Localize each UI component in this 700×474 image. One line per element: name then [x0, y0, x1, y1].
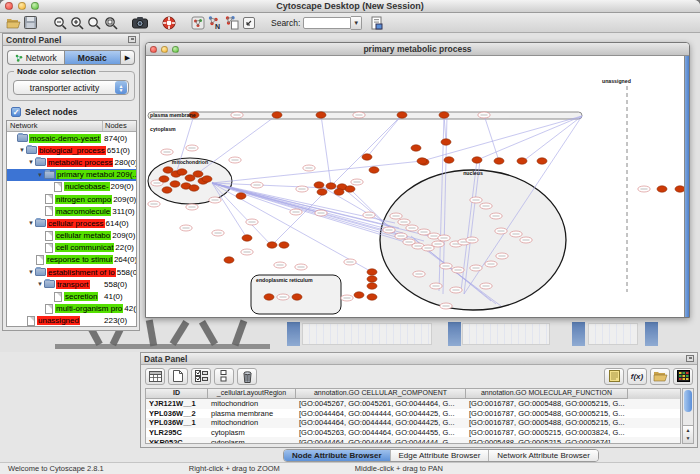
- save-icon[interactable]: [22, 14, 39, 31]
- table-row[interactable]: YKR052Ccytoplasm[GO:0044464, GO:0044446,…: [146, 437, 680, 444]
- network-overview-icon[interactable]: [189, 14, 206, 31]
- tab-overflow-arrow-icon[interactable]: ▶: [121, 50, 135, 65]
- tree-row[interactable]: macromolecule311(0): [7, 205, 136, 217]
- colored-node[interactable]: [345, 186, 355, 192]
- tree-row[interactable]: ▼transport558(0): [7, 278, 136, 290]
- colored-node[interactable]: [267, 242, 277, 248]
- colored-node[interactable]: [367, 283, 377, 289]
- import-attributes-icon[interactable]: [650, 368, 670, 385]
- colored-node[interactable]: [326, 183, 336, 189]
- colored-node[interactable]: [537, 158, 547, 164]
- network-scrollbar[interactable]: [684, 56, 689, 317]
- tree-expander-icon[interactable]: ▼: [27, 269, 35, 275]
- network-edge[interactable]: [319, 185, 393, 228]
- float-panel-icon[interactable]: [128, 36, 136, 43]
- zoom-in-icon[interactable]: [68, 14, 85, 31]
- colored-node[interactable]: [317, 189, 327, 195]
- tree-row[interactable]: nitrogen compo209(0): [7, 193, 136, 205]
- table-row[interactable]: YPL036W__1mitochondrion[GO:0044464, GO:0…: [146, 418, 680, 428]
- tree-row[interactable]: ▼metabolic process280(0): [7, 156, 136, 168]
- scrollbar-arrows-icon[interactable]: ▲▼: [683, 425, 693, 443]
- tree-expander-icon[interactable]: ▼: [18, 147, 26, 153]
- tab-network[interactable]: Network: [7, 50, 64, 65]
- network-file-icon[interactable]: [223, 14, 240, 31]
- colored-node[interactable]: [439, 112, 449, 118]
- tab-node-attribute-browser[interactable]: Node Attribute Browser: [284, 450, 391, 461]
- select-attributes-icon[interactable]: [191, 368, 211, 385]
- colored-node[interactable]: [242, 235, 252, 241]
- colored-node[interactable]: [292, 294, 302, 300]
- table-column-header[interactable]: annotation.GO MOLECULAR_FUNCTION: [466, 389, 628, 399]
- select-nodes-checkbox[interactable]: ✓: [11, 107, 21, 117]
- tree-column-network[interactable]: Network: [7, 121, 103, 131]
- data-panel-scrollbar[interactable]: ▲▼: [682, 388, 694, 444]
- network-canvas[interactable]: plasma membranecytoplasmmitochondrionnuc…: [146, 56, 689, 317]
- table-column-header[interactable]: annotation.GO CELLULAR_COMPONENT: [296, 389, 466, 399]
- colored-node[interactable]: [159, 176, 169, 182]
- colored-node[interactable]: [397, 112, 407, 118]
- colored-node[interactable]: [362, 154, 372, 160]
- snapshot-camera-icon[interactable]: [131, 14, 148, 31]
- colored-node[interactable]: [417, 158, 427, 164]
- tree-row[interactable]: ▼cellular process614(0): [7, 217, 136, 229]
- zoom-out-icon[interactable]: [51, 14, 68, 31]
- colored-node[interactable]: [224, 257, 234, 263]
- tab-network-attribute-browser[interactable]: Network Attribute Browser: [489, 450, 597, 461]
- table-row[interactable]: YPL036W__2plasma membrane[GO:0044464, GO…: [146, 409, 680, 419]
- colored-node[interactable]: [314, 182, 324, 188]
- attribute-table-icon[interactable]: [145, 368, 165, 385]
- colored-node[interactable]: [472, 157, 482, 163]
- colored-node[interactable]: [441, 139, 451, 145]
- float-data-panel-icon[interactable]: [686, 355, 694, 362]
- colored-node[interactable]: [334, 189, 344, 195]
- matrix-icon[interactable]: [673, 368, 693, 385]
- tree-row[interactable]: cellular metabo209(0): [7, 230, 136, 242]
- colored-node[interactable]: [202, 176, 212, 182]
- table-column-header[interactable]: _cellularLayoutRegion: [208, 389, 296, 399]
- network-edge[interactable]: [194, 115, 277, 176]
- network-edge[interactable]: [321, 115, 331, 186]
- node-color-dropdown[interactable]: transporter activity ▲▼: [13, 80, 129, 95]
- network-edge[interactable]: [522, 116, 582, 162]
- tree-row[interactable]: response to stimul264(0): [7, 254, 136, 266]
- delete-attribute-icon[interactable]: [237, 368, 257, 385]
- help-lifering-icon[interactable]: [160, 14, 177, 31]
- tree-column-nodes[interactable]: Nodes: [103, 121, 136, 131]
- colored-node[interactable]: [316, 112, 326, 118]
- tree-row[interactable]: multi-organism pro42(0): [7, 303, 136, 315]
- quick-find-icon[interactable]: [368, 14, 385, 31]
- network-edge[interactable]: [212, 161, 422, 183]
- colored-node[interactable]: [264, 294, 274, 300]
- tree-row[interactable]: nucleobase-209(0): [7, 181, 136, 193]
- annotation-icon[interactable]: [240, 14, 257, 31]
- network-edge[interactable]: [477, 116, 582, 160]
- zoom-selected-icon[interactable]: [85, 14, 102, 31]
- table-column-header[interactable]: ID: [146, 389, 208, 399]
- colored-node[interactable]: [367, 294, 377, 300]
- colored-node[interactable]: [279, 242, 289, 248]
- colored-node[interactable]: [354, 292, 364, 298]
- colored-node[interactable]: [494, 158, 504, 164]
- tree-row[interactable]: mosaic-demo-yeast874(0): [7, 132, 136, 144]
- zoom-fit-icon[interactable]: [102, 14, 119, 31]
- tree-row[interactable]: cell communicat22(0): [7, 242, 136, 254]
- attribute-layout-icon[interactable]: [214, 368, 234, 385]
- table-row[interactable]: YJR121W__1mitochondrion[GO:0045267, GO:0…: [146, 399, 680, 409]
- function-builder-icon[interactable]: f(x): [627, 368, 647, 385]
- colored-node[interactable]: [517, 158, 527, 164]
- colored-node[interactable]: [367, 269, 377, 275]
- colored-node[interactable]: [177, 169, 187, 175]
- search-input[interactable]: [303, 17, 351, 29]
- colored-node[interactable]: [367, 276, 377, 282]
- colored-node[interactable]: [189, 185, 199, 191]
- colored-node[interactable]: [272, 112, 282, 118]
- new-network-icon[interactable]: N: [206, 14, 223, 31]
- colored-node[interactable]: [369, 167, 379, 173]
- tree-expander-icon[interactable]: ▼: [27, 159, 35, 165]
- open-folder-icon[interactable]: [5, 14, 22, 31]
- search-dropdown-arrow-icon[interactable]: ▼: [351, 16, 362, 30]
- colored-node[interactable]: [411, 145, 421, 151]
- tree-row[interactable]: unassigned223(0): [7, 315, 136, 327]
- tab-mosaic[interactable]: Mosaic: [64, 50, 122, 65]
- tree-expander-icon[interactable]: ▼: [27, 220, 35, 226]
